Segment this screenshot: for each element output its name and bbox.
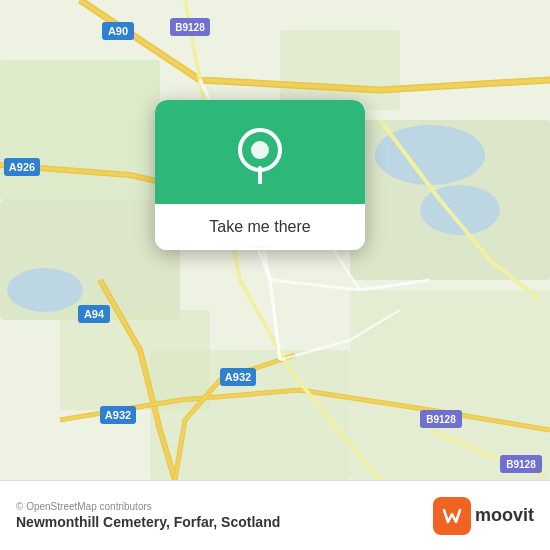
svg-text:B9128: B9128 <box>175 22 205 33</box>
osm-attribution: © OpenStreetMap contributors <box>16 501 280 512</box>
svg-rect-4 <box>280 30 400 110</box>
svg-text:B9128: B9128 <box>426 414 456 425</box>
svg-text:A932: A932 <box>225 371 251 383</box>
svg-text:A94: A94 <box>84 308 105 320</box>
svg-text:B9128: B9128 <box>506 459 536 470</box>
svg-point-28 <box>251 141 269 159</box>
location-pin-icon <box>232 128 288 184</box>
location-popup[interactable]: Take me there <box>155 100 365 250</box>
svg-text:A932: A932 <box>105 409 131 421</box>
svg-rect-6 <box>350 290 550 480</box>
popup-tail <box>248 248 272 250</box>
bottom-left: © OpenStreetMap contributors Newmonthill… <box>16 501 280 530</box>
map-view[interactable]: A90 B9128 A926 A94 A932 A932 B9128 B9128 <box>0 0 550 480</box>
popup-header <box>155 100 365 204</box>
svg-point-8 <box>7 268 83 312</box>
take-me-there-button[interactable]: Take me there <box>209 218 310 236</box>
popup-button-area[interactable]: Take me there <box>155 204 365 250</box>
svg-text:A90: A90 <box>108 25 128 37</box>
location-title: Newmonthill Cemetery, Forfar, Scotland <box>16 514 280 530</box>
moovit-icon <box>433 497 471 535</box>
moovit-text: moovit <box>475 505 534 526</box>
svg-text:A926: A926 <box>9 161 35 173</box>
bottom-bar: © OpenStreetMap contributors Newmonthill… <box>0 480 550 550</box>
moovit-logo: moovit <box>433 497 534 535</box>
